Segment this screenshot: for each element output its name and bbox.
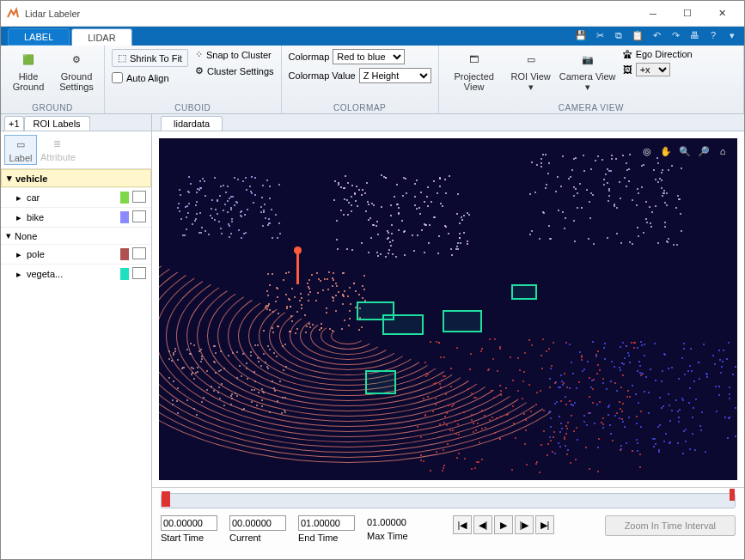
- menu-icon[interactable]: ▾: [725, 28, 739, 42]
- tab-label[interactable]: LABEL: [8, 28, 70, 46]
- colormap-label: Colormap: [289, 52, 330, 62]
- add-label-tab[interactable]: +1: [4, 116, 24, 131]
- roi-labels-tab[interactable]: ROI Labels: [24, 116, 90, 131]
- projected-view-icon: 🗔: [464, 49, 485, 70]
- ground-settings-button[interactable]: ⚙ Ground Settings: [56, 49, 97, 92]
- cuboid-icon: [134, 192, 146, 203]
- group-cuboid: ⬚ Shrink To Fit Auto Align ⁘ Snap to Clu…: [105, 46, 282, 113]
- tab-lidar[interactable]: LIDAR: [71, 28, 131, 46]
- group-camera-view: 🗔 Projected View ▭ ROI View ▾ 📷 Camera V…: [439, 46, 744, 113]
- color-swatch: [120, 268, 129, 280]
- time-slider[interactable]: [161, 493, 736, 508]
- expand-icon: ▸: [16, 249, 21, 260]
- group-none[interactable]: ▾ None: [1, 227, 151, 244]
- zoom-in-icon[interactable]: 🔍: [677, 143, 693, 159]
- ego-direction-select[interactable]: +x: [636, 63, 670, 76]
- ego-direction-label: 🛣 Ego Direction: [623, 49, 693, 59]
- attribute-icon: ≣: [40, 135, 73, 152]
- projected-view-button[interactable]: 🗔 Projected View: [446, 49, 503, 92]
- cuboid-icon: [134, 269, 146, 279]
- label-item-car[interactable]: ▸ car: [1, 187, 151, 207]
- collapse-icon: ▾: [7, 173, 12, 184]
- collapse-icon: ▾: [6, 230, 11, 241]
- home-icon[interactable]: ⌂: [715, 143, 730, 159]
- label-item-bike[interactable]: ▸ bike: [1, 207, 151, 227]
- slider-thumb[interactable]: [162, 491, 170, 507]
- group-colormap: Colormap Red to blue Colormap Value Z He…: [282, 46, 439, 113]
- matlab-icon: [6, 7, 20, 21]
- cluster-icon: ⁘: [195, 49, 203, 60]
- step-forward-button[interactable]: |▶: [515, 515, 534, 534]
- quick-access-toolbar: 💾 ✂ ⧉ 📋 ↶ ↷ 🖶 ? ▾: [574, 28, 739, 42]
- current-time-label: Current: [229, 533, 261, 543]
- label-icon: ▭: [5, 136, 36, 153]
- viewer-panel: lidardata ◎ ✋ 🔍 🔎 ⌂: [152, 114, 744, 559]
- cluster-settings-button[interactable]: ⚙ Cluster Settings: [195, 65, 274, 76]
- cuboid-icon: [134, 249, 146, 259]
- roi-view-icon: ▭: [521, 49, 541, 70]
- viewer-tab[interactable]: lidardata: [161, 116, 223, 131]
- cut-icon[interactable]: ✂: [593, 28, 607, 42]
- end-time-input[interactable]: [298, 515, 355, 531]
- toolstrip: 🟩 Hide Ground ⚙ Ground Settings GROUND ⬚…: [1, 46, 744, 114]
- save-icon[interactable]: 💾: [574, 28, 588, 42]
- camera-view-button[interactable]: 📷 Camera View ▾: [559, 49, 616, 92]
- end-time-label: End Time: [298, 533, 338, 543]
- titlebar: Lidar Labeler ─ ☐ ✕: [1, 1, 744, 27]
- start-time-input[interactable]: [161, 515, 217, 531]
- shrink-to-fit-button[interactable]: ⬚ Shrink To Fit: [112, 49, 188, 67]
- timeline-panel: Start Time Current End Time 01.00000 Max…: [152, 487, 744, 559]
- tab-strip: LABEL LIDAR 💾 ✂ ⧉ 📋 ↶ ↷ 🖶 ? ▾: [1, 27, 744, 46]
- cuboid-icon: [134, 212, 146, 222]
- close-button[interactable]: ✕: [705, 2, 739, 26]
- roi-labels-panel: +1 ROI Labels ▭ Label ≣ Attribute ▾ vehi…: [1, 114, 152, 559]
- expand-icon: ▸: [16, 192, 21, 204]
- copy-icon[interactable]: ⧉: [612, 28, 626, 42]
- color-swatch: [120, 248, 129, 260]
- max-time-label: Max Time: [367, 531, 408, 541]
- ego-icon: 🛣: [623, 49, 632, 59]
- chevron-down-icon: ▾: [528, 82, 534, 92]
- max-time-value: 01.00000: [367, 515, 424, 529]
- minimize-button[interactable]: ─: [636, 2, 670, 26]
- attribute-mode-button[interactable]: ≣ Attribute: [40, 135, 73, 165]
- gear-icon: ⚙: [195, 65, 204, 76]
- maximize-button[interactable]: ☐: [670, 2, 705, 26]
- paste-icon[interactable]: 📋: [631, 28, 644, 42]
- point-cloud-view[interactable]: ◎ ✋ 🔍 🔎 ⌂: [159, 138, 737, 480]
- slider-end-flag[interactable]: [730, 489, 735, 501]
- label-item-pole[interactable]: ▸ pole: [1, 244, 151, 264]
- expand-icon: ▸: [16, 212, 21, 223]
- color-swatch: [120, 211, 129, 223]
- label-tree: ▾ vehicle ▸ car ▸ bike ▾ None ▸ pole: [1, 169, 151, 559]
- gear-icon: ⚙: [66, 49, 87, 70]
- orbit-icon[interactable]: ◎: [639, 143, 655, 159]
- colormap-value-select[interactable]: Z Height: [359, 68, 431, 83]
- zoom-time-interval-button[interactable]: Zoom In Time Interval: [605, 515, 736, 536]
- group-ground: 🟩 Hide Ground ⚙ Ground Settings GROUND: [1, 46, 105, 113]
- hide-ground-button[interactable]: 🟩 Hide Ground: [8, 49, 49, 92]
- pan-icon[interactable]: ✋: [658, 143, 674, 159]
- roi-view-button[interactable]: ▭ ROI View ▾: [510, 49, 553, 92]
- step-back-button[interactable]: ◀|: [473, 515, 492, 534]
- colormap-value-label: Colormap Value: [289, 70, 356, 81]
- undo-icon[interactable]: ↶: [650, 28, 663, 42]
- play-button[interactable]: ▶: [494, 515, 513, 534]
- print-icon[interactable]: 🖶: [687, 28, 701, 42]
- redo-icon[interactable]: ↷: [669, 28, 682, 42]
- colormap-select[interactable]: Red to blue: [333, 49, 405, 64]
- goto-start-button[interactable]: |◀: [453, 515, 472, 534]
- help-icon[interactable]: ?: [706, 28, 720, 42]
- expand-icon: ▸: [16, 269, 21, 280]
- zoom-out-icon[interactable]: 🔎: [696, 143, 711, 159]
- label-mode-button[interactable]: ▭ Label: [4, 135, 37, 165]
- snap-to-cluster-button[interactable]: ⁘ Snap to Cluster: [195, 49, 274, 60]
- window-title: Lidar Labeler: [25, 9, 636, 19]
- goto-end-button[interactable]: ▶|: [535, 515, 554, 534]
- auto-align-checkbox[interactable]: Auto Align: [112, 72, 188, 83]
- label-item-vegetation[interactable]: ▸ vegeta...: [1, 264, 151, 283]
- chevron-down-icon: ▾: [585, 82, 590, 92]
- group-vehicle[interactable]: ▾ vehicle: [1, 169, 151, 187]
- camera-icon: 📷: [577, 49, 598, 70]
- current-time-input[interactable]: [229, 515, 286, 531]
